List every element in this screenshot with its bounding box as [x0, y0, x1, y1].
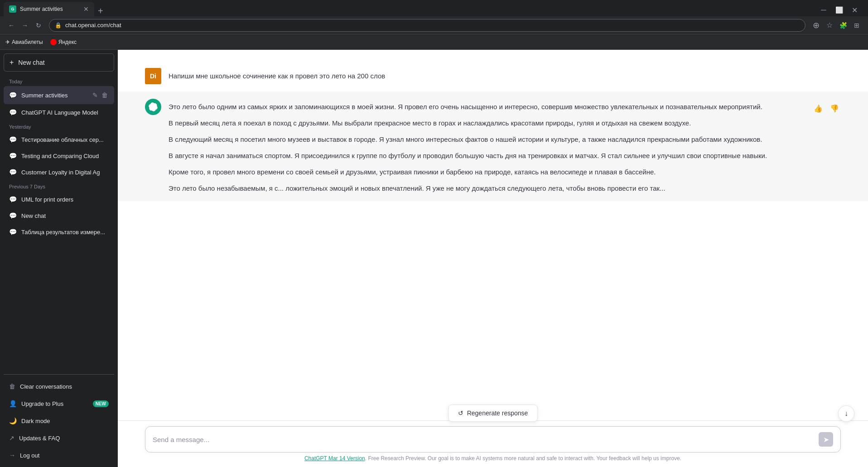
lock-icon: 🔒 — [55, 22, 62, 29]
darkmode-label: Dark mode — [21, 418, 50, 424]
new-tab-button[interactable]: + — [94, 6, 107, 16]
chat-bubble-icon: 💬 — [9, 136, 17, 143]
assistant-message-content: Это лето было одним из самых ярких и зап… — [169, 99, 805, 194]
new-badge: NEW — [93, 400, 109, 407]
chat-bubble-icon: 💬 — [9, 152, 17, 159]
message-actions: 👍 👎 — [812, 99, 841, 194]
bookmark-icon: ✈ — [5, 39, 10, 45]
message-input[interactable] — [153, 436, 813, 443]
back-button[interactable]: ← — [5, 19, 17, 31]
sidebar: + New chat Today 💬 Summer activities ✎ 🗑… — [0, 50, 118, 467]
input-container: ➤ — [145, 426, 841, 453]
main-content: Di Напиши мне школьное сочинение как я п… — [118, 50, 868, 467]
plus-icon: + — [10, 58, 14, 67]
chat-list: Today 💬 Summer activities ✎ 🗑 💬 ChatGPT … — [4, 75, 114, 374]
tab-title: Summer activities — [20, 6, 80, 12]
tab-close-button[interactable]: ✕ — [83, 5, 89, 13]
split-button[interactable]: ⊞ — [851, 19, 863, 31]
updates-label: Updates & FAQ — [19, 435, 60, 442]
chat-item-label: Customer Loyalty in Digital Ag — [21, 169, 109, 176]
clear-label: Clear conversations — [20, 383, 72, 390]
regenerate-popup[interactable]: ↺ Regenerate response — [448, 404, 538, 422]
assistant-message: Это лето было одним из самых ярких и зап… — [118, 91, 868, 201]
bookmark-aviabilety[interactable]: ✈ Авиабилеты — [5, 39, 43, 45]
regenerate-icon: ↺ — [458, 409, 463, 417]
clear-conversations-button[interactable]: 🗑 Clear conversations — [4, 378, 114, 395]
chat-bubble-icon: 💬 — [9, 109, 17, 116]
translate-button[interactable]: ⊕ — [810, 19, 822, 31]
chat-item-label: Таблица результатов измере... — [21, 229, 109, 236]
chat-item-label: New chat — [21, 212, 109, 219]
user-message: Di Напиши мне школьное сочинение как я п… — [118, 61, 868, 91]
logout-icon: → — [9, 452, 15, 459]
section-today: Today — [4, 75, 114, 86]
active-tab[interactable]: G Summer activities ✕ — [4, 2, 94, 16]
external-link-icon: ↗ — [9, 434, 14, 442]
footer-text: . Free Research Preview. Our goal is to … — [365, 455, 681, 462]
updates-faq-button[interactable]: ↗ Updates & FAQ — [4, 430, 114, 446]
edit-chat-button[interactable]: ✎ — [92, 91, 99, 100]
chat-messages: Di Напиши мне школьное сочинение как я п… — [118, 50, 868, 420]
chat-item-oblachnye[interactable]: 💬 Тестирование облачных сер... — [4, 131, 114, 148]
user-message-content: Напиши мне школьное сочинение как я пров… — [169, 68, 841, 84]
chat-bubble-icon: 💬 — [9, 196, 17, 203]
chat-item-summer[interactable]: 💬 Summer activities ✎ 🗑 — [4, 86, 114, 104]
scroll-bottom-button[interactable]: ↓ — [838, 405, 854, 422]
logout-button[interactable]: → Log out — [4, 447, 114, 463]
new-chat-label: New chat — [18, 59, 44, 66]
extensions-button[interactable]: 🧩 — [837, 19, 849, 31]
chat-item-chatgpt[interactable]: 💬 ChatGPT AI Language Model — [4, 104, 114, 120]
chat-item-uml[interactable]: 💬 UML for print orders — [4, 191, 114, 207]
bookmark-button[interactable]: ☆ — [824, 19, 835, 31]
input-area: ➤ ChatGPT Mar 14 Version. Free Research … — [118, 420, 868, 467]
close-window-button[interactable]: ✕ — [848, 4, 861, 16]
logout-label: Log out — [20, 452, 39, 459]
thumbs-up-button[interactable]: 👍 — [812, 102, 825, 115]
delete-chat-button[interactable]: 🗑 — [101, 91, 109, 100]
section-yesterday: Yesterday — [4, 120, 114, 131]
chat-item-loyalty[interactable]: 💬 Customer Loyalty in Digital Ag — [4, 164, 114, 180]
chat-bubble-icon: 💬 — [9, 169, 17, 176]
footer-link[interactable]: ChatGPT Mar 14 Version — [304, 455, 365, 462]
chat-item-newchat2[interactable]: 💬 New chat — [4, 207, 114, 224]
tab-favicon: G — [9, 5, 16, 13]
chat-bubble-icon: 💬 — [9, 91, 17, 99]
chat-bubble-icon: 💬 — [9, 228, 17, 236]
regenerate-label: Regenerate response — [467, 409, 528, 417]
sidebar-bottom: 🗑 Clear conversations 👤 Upgrade to Plus … — [4, 374, 114, 463]
section-previous: Previous 7 days — [4, 180, 114, 191]
minimize-button[interactable]: ─ — [817, 4, 830, 16]
chat-item-label: Summer activities — [21, 92, 87, 99]
forward-button[interactable]: → — [19, 19, 31, 31]
thumbs-down-button[interactable]: 👎 — [828, 102, 841, 115]
upgrade-label: Upgrade to Plus — [21, 400, 63, 407]
footer: ChatGPT Mar 14 Version. Free Research Pr… — [145, 453, 841, 463]
chat-bubble-icon: 💬 — [9, 212, 17, 219]
new-chat-button[interactable]: + New chat — [4, 53, 114, 72]
bookmark-yandex[interactable]: Яндекс — [50, 39, 77, 45]
chat-item-testing[interactable]: 💬 Testing and Comparing Cloud — [4, 148, 114, 164]
moon-icon: 🌙 — [9, 417, 17, 424]
maximize-button[interactable]: ⬜ — [833, 4, 845, 16]
reload-button[interactable]: ↻ — [33, 19, 44, 31]
chat-item-label: Testing and Comparing Cloud — [21, 153, 109, 159]
chat-item-label: UML for print orders — [21, 196, 109, 203]
trash-icon: 🗑 — [9, 383, 15, 390]
chat-item-label: Тестирование облачных сер... — [21, 136, 109, 143]
user-avatar: Di — [145, 68, 161, 84]
address-bar[interactable]: 🔒 chat.openai.com/chat — [49, 19, 805, 32]
chat-item-label: ChatGPT AI Language Model — [21, 109, 109, 116]
assistant-avatar — [145, 99, 161, 115]
dark-mode-button[interactable]: 🌙 Dark mode — [4, 413, 114, 429]
yandex-icon — [50, 39, 57, 45]
user-icon: 👤 — [9, 400, 17, 407]
upgrade-to-plus-button[interactable]: 👤 Upgrade to Plus NEW — [4, 395, 114, 412]
chat-item-tablica[interactable]: 💬 Таблица результатов измере... — [4, 224, 114, 240]
url-text: chat.openai.com/chat — [65, 22, 800, 29]
send-button[interactable]: ➤ — [819, 432, 833, 447]
